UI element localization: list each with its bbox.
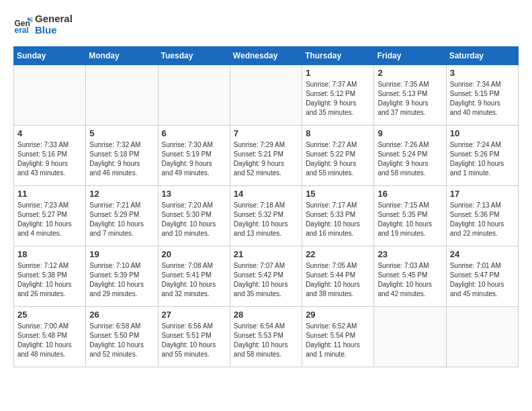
logo-icon: Gen eral [13, 15, 34, 35]
day-number: 1 [306, 68, 370, 78]
calendar-cell: 27Sunrise: 6:56 AM Sunset: 5:51 PM Dayli… [158, 307, 230, 367]
calendar-cell: 29Sunrise: 6:52 AM Sunset: 5:54 PM Dayli… [302, 307, 374, 367]
day-of-week-header: Monday [86, 47, 158, 65]
calendar-cell: 18Sunrise: 7:12 AM Sunset: 5:38 PM Dayli… [14, 246, 86, 307]
calendar-cell: 6Sunrise: 7:30 AM Sunset: 5:19 PM Daylig… [158, 126, 230, 186]
day-info: Sunrise: 7:15 AM Sunset: 5:35 PM Dayligh… [378, 201, 442, 238]
calendar-week-row: 4Sunrise: 7:33 AM Sunset: 5:16 PM Daylig… [14, 126, 519, 186]
day-info: Sunrise: 7:08 AM Sunset: 5:41 PM Dayligh… [162, 261, 226, 299]
day-number: 22 [306, 249, 370, 259]
day-number: 28 [234, 310, 298, 320]
day-number: 20 [162, 249, 226, 259]
day-info: Sunrise: 7:20 AM Sunset: 5:30 PM Dayligh… [162, 201, 226, 238]
calendar-cell [158, 65, 230, 126]
day-number: 29 [306, 310, 370, 320]
day-info: Sunrise: 6:52 AM Sunset: 5:54 PM Dayligh… [306, 322, 370, 359]
day-number: 12 [89, 189, 154, 199]
day-info: Sunrise: 7:26 AM Sunset: 5:24 PM Dayligh… [378, 140, 442, 178]
calendar-cell: 22Sunrise: 7:05 AM Sunset: 5:44 PM Dayli… [302, 246, 374, 307]
calendar-cell: 24Sunrise: 7:01 AM Sunset: 5:47 PM Dayli… [446, 246, 518, 307]
day-number: 4 [17, 128, 82, 138]
logo: Gen eral General Blue [13, 13, 73, 36]
day-info: Sunrise: 7:34 AM Sunset: 5:15 PM Dayligh… [450, 80, 515, 118]
day-info: Sunrise: 7:24 AM Sunset: 5:26 PM Dayligh… [450, 140, 515, 178]
day-number: 19 [89, 249, 154, 259]
calendar-cell [446, 307, 518, 367]
day-info: Sunrise: 7:27 AM Sunset: 5:22 PM Dayligh… [306, 140, 370, 178]
day-number: 15 [306, 189, 370, 199]
day-number: 26 [89, 310, 154, 320]
day-number: 7 [234, 128, 298, 138]
calendar-cell: 8Sunrise: 7:27 AM Sunset: 5:22 PM Daylig… [302, 126, 374, 186]
calendar-cell [86, 65, 158, 126]
calendar-cell: 21Sunrise: 7:07 AM Sunset: 5:42 PM Dayli… [230, 246, 302, 307]
day-number: 2 [378, 68, 442, 78]
calendar-cell: 5Sunrise: 7:32 AM Sunset: 5:18 PM Daylig… [86, 126, 158, 186]
day-of-week-header: Thursday [302, 47, 374, 65]
calendar-cell: 15Sunrise: 7:17 AM Sunset: 5:33 PM Dayli… [302, 186, 374, 246]
logo-line1: General [35, 13, 73, 25]
day-number: 6 [162, 128, 226, 138]
day-info: Sunrise: 7:33 AM Sunset: 5:16 PM Dayligh… [17, 140, 82, 178]
logo-line2: Blue [35, 25, 73, 36]
calendar-cell: 16Sunrise: 7:15 AM Sunset: 5:35 PM Dayli… [374, 186, 446, 246]
day-info: Sunrise: 7:01 AM Sunset: 5:47 PM Dayligh… [450, 261, 515, 299]
calendar-week-row: 18Sunrise: 7:12 AM Sunset: 5:38 PM Dayli… [14, 246, 519, 307]
day-of-week-header: Saturday [446, 47, 518, 65]
day-info: Sunrise: 7:21 AM Sunset: 5:29 PM Dayligh… [89, 201, 154, 238]
day-info: Sunrise: 7:18 AM Sunset: 5:32 PM Dayligh… [234, 201, 298, 238]
day-info: Sunrise: 7:32 AM Sunset: 5:18 PM Dayligh… [89, 140, 154, 178]
day-of-week-header: Sunday [14, 47, 86, 65]
page-header: Gen eral General Blue [13, 13, 519, 36]
day-number: 13 [162, 189, 226, 199]
day-of-week-header: Tuesday [158, 47, 230, 65]
calendar-cell: 17Sunrise: 7:13 AM Sunset: 5:36 PM Dayli… [446, 186, 518, 246]
calendar-cell: 11Sunrise: 7:23 AM Sunset: 5:27 PM Dayli… [14, 186, 86, 246]
day-info: Sunrise: 7:37 AM Sunset: 5:12 PM Dayligh… [306, 80, 370, 118]
day-number: 24 [450, 249, 515, 259]
day-info: Sunrise: 7:30 AM Sunset: 5:19 PM Dayligh… [162, 140, 226, 178]
day-of-week-header: Friday [374, 47, 446, 65]
day-number: 17 [450, 189, 515, 199]
day-info: Sunrise: 7:03 AM Sunset: 5:45 PM Dayligh… [378, 261, 442, 299]
calendar-cell: 23Sunrise: 7:03 AM Sunset: 5:45 PM Dayli… [374, 246, 446, 307]
day-number: 23 [378, 249, 442, 259]
calendar-cell: 1Sunrise: 7:37 AM Sunset: 5:12 PM Daylig… [302, 65, 374, 126]
calendar-cell: 12Sunrise: 7:21 AM Sunset: 5:29 PM Dayli… [86, 186, 158, 246]
calendar-week-row: 25Sunrise: 7:00 AM Sunset: 5:48 PM Dayli… [14, 307, 519, 367]
calendar-cell: 13Sunrise: 7:20 AM Sunset: 5:30 PM Dayli… [158, 186, 230, 246]
day-info: Sunrise: 7:00 AM Sunset: 5:48 PM Dayligh… [17, 322, 82, 359]
day-number: 3 [450, 68, 515, 78]
calendar-week-row: 11Sunrise: 7:23 AM Sunset: 5:27 PM Dayli… [14, 186, 519, 246]
day-info: Sunrise: 7:17 AM Sunset: 5:33 PM Dayligh… [306, 201, 370, 238]
day-info: Sunrise: 7:29 AM Sunset: 5:21 PM Dayligh… [234, 140, 298, 178]
day-info: Sunrise: 6:58 AM Sunset: 5:50 PM Dayligh… [89, 322, 154, 359]
calendar-cell [374, 307, 446, 367]
day-number: 5 [89, 128, 154, 138]
day-info: Sunrise: 6:54 AM Sunset: 5:53 PM Dayligh… [234, 322, 298, 359]
calendar-cell: 3Sunrise: 7:34 AM Sunset: 5:15 PM Daylig… [446, 65, 518, 126]
day-number: 9 [378, 128, 442, 138]
day-number: 27 [162, 310, 226, 320]
day-info: Sunrise: 7:13 AM Sunset: 5:36 PM Dayligh… [450, 201, 515, 238]
day-number: 18 [17, 249, 82, 259]
calendar-cell: 7Sunrise: 7:29 AM Sunset: 5:21 PM Daylig… [230, 126, 302, 186]
day-info: Sunrise: 7:05 AM Sunset: 5:44 PM Dayligh… [306, 261, 370, 299]
calendar-cell: 2Sunrise: 7:35 AM Sunset: 5:13 PM Daylig… [374, 65, 446, 126]
calendar-cell: 20Sunrise: 7:08 AM Sunset: 5:41 PM Dayli… [158, 246, 230, 307]
calendar-header-row: SundayMondayTuesdayWednesdayThursdayFrid… [14, 47, 519, 65]
day-number: 21 [234, 249, 298, 259]
calendar-cell [14, 65, 86, 126]
day-number: 11 [17, 189, 82, 199]
calendar-cell: 25Sunrise: 7:00 AM Sunset: 5:48 PM Dayli… [14, 307, 86, 367]
day-number: 16 [378, 189, 442, 199]
day-number: 8 [306, 128, 370, 138]
calendar-cell: 26Sunrise: 6:58 AM Sunset: 5:50 PM Dayli… [86, 307, 158, 367]
day-number: 10 [450, 128, 515, 138]
calendar-cell: 9Sunrise: 7:26 AM Sunset: 5:24 PM Daylig… [374, 126, 446, 186]
calendar-cell: 28Sunrise: 6:54 AM Sunset: 5:53 PM Dayli… [230, 307, 302, 367]
day-number: 14 [234, 189, 298, 199]
calendar-cell [230, 65, 302, 126]
calendar-cell: 4Sunrise: 7:33 AM Sunset: 5:16 PM Daylig… [14, 126, 86, 186]
day-info: Sunrise: 7:12 AM Sunset: 5:38 PM Dayligh… [17, 261, 82, 299]
